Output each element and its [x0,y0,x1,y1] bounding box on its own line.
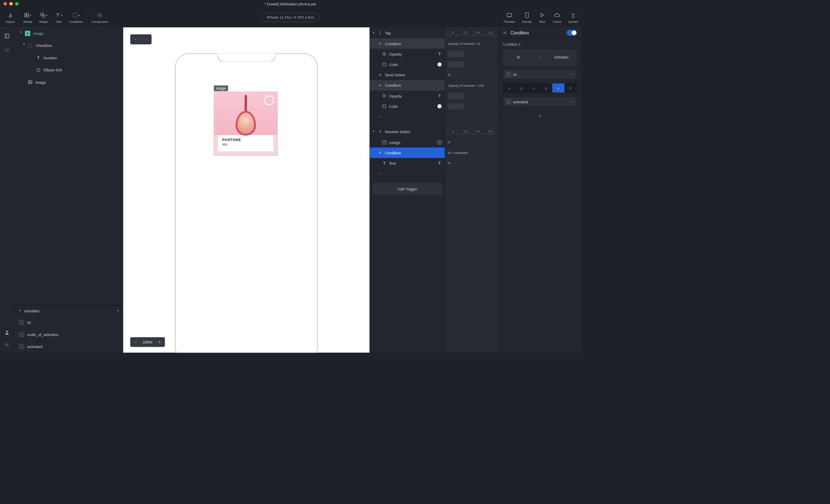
device-pill[interactable]: iPhone 11 Pro / X 375 x 812 [261,13,320,22]
layer-root[interactable]: ▶ Image [14,27,123,39]
trigger-opacity-row-2[interactable]: Opacity [370,90,445,101]
trigger-add-row-2[interactable]: + [370,168,445,179]
trigger-condition-row-2[interactable]: Condition [370,80,445,90]
shape-button[interactable]: ▾ Shape [39,12,48,23]
condition-icon [503,30,508,35]
left-rail [0,27,14,353]
container-icon [28,43,32,48]
media-button[interactable]: ▾ Media [23,12,32,23]
equation-left[interactable]: ID [503,49,534,66]
timeline-swatch-row[interactable] [445,59,498,70]
rail-user-icon[interactable] [3,329,10,336]
svg-rect-3 [73,13,77,17]
condition-title: Condition [510,30,529,35]
chevron-down-icon: ▾ [572,100,574,103]
add-condition-button[interactable]: + [503,112,577,120]
layer-label: Image [33,31,44,36]
text-type-icon [437,161,442,166]
trigger-condition-active[interactable]: Condition [370,148,445,158]
titlebar: * [Asset] Multiselect photos.pie [0,0,581,7]
layer-ellipse[interactable]: ▶ Ellipse 534 [14,64,123,76]
trigger-assign-row[interactable]: x Assign x [370,137,445,147]
zoom-out-button[interactable]: − [131,338,140,346]
variable-id[interactable]: x ID [14,316,123,328]
variable-order[interactable]: x order_of_selection [14,329,123,341]
window-zoom-button[interactable] [15,2,18,5]
add-variable-button[interactable]: + [116,308,119,314]
opacity-icon [382,93,387,98]
op-neq[interactable]: ≠ [565,83,577,93]
window-close-button[interactable] [3,2,7,5]
layer-image[interactable]: ▶ Image [14,76,123,88]
op-lt[interactable]: < [528,83,540,93]
layers-panel: ▶ Image ▶ Checkbox ▶ Number ▶ El [14,27,123,353]
variable-icon: x [19,344,24,349]
canvas-ellipse[interactable] [264,95,274,105]
timeline-swatch-row[interactable] [445,90,498,101]
color-swatch[interactable] [437,63,442,67]
rail-add-icon[interactable] [3,46,10,54]
condition-subtitle: Condition 1 [503,42,577,46]
equation-right[interactable]: activated [546,49,577,66]
svg-rect-20 [383,105,386,108]
op-gte[interactable]: ≥ [515,83,528,93]
trigger-color-row-2[interactable]: Color [370,101,445,112]
color-icon [382,104,387,109]
layer-checkbox[interactable]: ▶ Checkbox [14,39,123,51]
timeline-swatch-row[interactable] [445,101,498,112]
trigger-receive-header[interactable]: ▶ Receive Select [370,126,445,137]
nav-forward-button[interactable]: → [141,35,151,43]
variables-header[interactable]: ▶ Variables + [14,305,123,317]
trigger-opacity-row[interactable]: Opacity [370,49,445,59]
trigger-send-row[interactable]: Send Select [370,70,445,80]
timeline-label: Opacity of Number = 100 [445,80,498,90]
receive-icon [378,129,383,134]
chevron-down-icon: ▾ [572,73,574,76]
timeline-dot-row[interactable] [445,158,498,168]
trigger-text-row[interactable]: Text [370,158,445,168]
run-button[interactable]: Run [539,12,546,23]
variable-type-icon: x [437,140,442,144]
cloud-button[interactable]: Cloud [553,12,561,23]
svg-rect-6 [525,12,528,18]
upload-button[interactable]: Upload [568,12,578,23]
trigger-condition-row[interactable]: Condition [370,38,445,49]
op-eq[interactable]: = [552,83,565,93]
operand-select-activated[interactable]: x activated ▾ [503,96,577,107]
svg-point-9 [6,331,7,332]
add-trigger-button[interactable]: Add Trigger [373,183,442,195]
color-swatch[interactable] [437,104,442,108]
condition-toggle[interactable] [566,30,577,36]
timeline-dot-row[interactable] [445,70,498,80]
svg-rect-1 [41,13,43,15]
trigger-add-row[interactable]: + [370,112,445,122]
rail-panels-icon[interactable] [3,32,10,39]
op-lte[interactable]: ≤ [540,83,552,93]
text-button[interactable]: ▾ Text [55,12,62,23]
window-minimize-button[interactable] [9,2,12,5]
timeline-dot-row[interactable] [445,137,498,147]
rail-settings-icon[interactable] [3,341,10,348]
device-button[interactable]: Device [522,12,532,23]
trigger-tap-header[interactable]: ▶ Tap [370,27,445,39]
operand-select-id[interactable]: x ID ▾ [503,69,577,80]
container-button[interactable]: ▾ Container [69,12,83,23]
preview-button[interactable]: Preview [504,12,515,23]
op-gt[interactable]: > [503,83,515,93]
canvas[interactable]: ← → Image PANTONE 691 [123,27,370,353]
timeline-swatch-row[interactable] [445,49,498,59]
zoom-in-button[interactable]: + [155,338,164,346]
svg-rect-11 [29,44,32,47]
variable-icon: x [506,99,510,104]
trigger-color-row[interactable]: Color [370,59,445,70]
spoon-illustration [240,95,251,136]
import-button[interactable]: Import [6,12,15,23]
layer-number[interactable]: ▶ Number [14,52,123,64]
variable-icon: x [19,320,24,324]
variable-activated[interactable]: x activated [14,341,123,353]
nav-back-button[interactable]: ← [131,35,141,43]
svg-point-10 [6,344,7,346]
svg-point-2 [42,15,45,17]
component-button[interactable]: Component [91,12,108,23]
canvas-image[interactable]: PANTONE 691 [214,92,278,156]
